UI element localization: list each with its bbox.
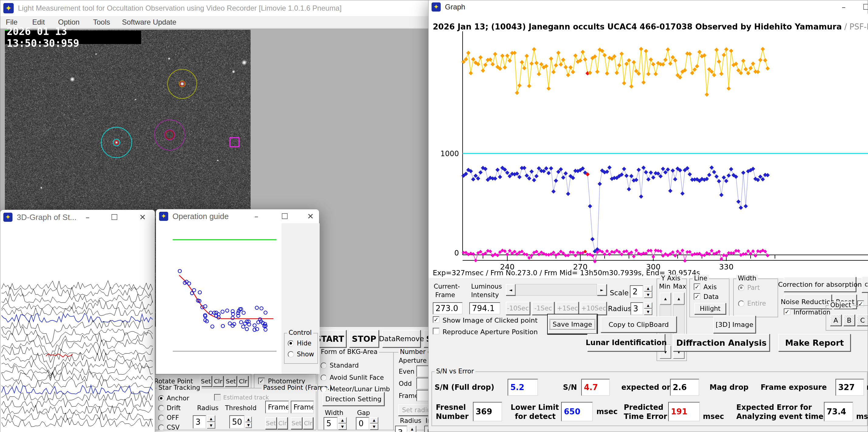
diffraction-analysis-button[interactable]: Diffraction Analysis xyxy=(673,334,770,352)
spin-down-icon[interactable]: ▼ xyxy=(644,309,652,315)
luminous-field[interactable]: 794.1 xyxy=(469,302,500,314)
passed-clr2-button[interactable]: Clr xyxy=(303,417,313,429)
photometry-checkbox[interactable]: ✓ xyxy=(258,377,265,384)
spin-down-icon[interactable]: ▼ xyxy=(338,424,347,430)
frames-radius-spinner[interactable]: ▲ ▼ xyxy=(408,426,416,432)
hilight-button[interactable]: Hilight xyxy=(694,303,726,314)
frame2-field[interactable]: Frame2 xyxy=(291,401,314,413)
sec-button-+1sec[interactable]: +1Sec xyxy=(556,302,579,315)
make-report-button[interactable]: Make Report xyxy=(778,334,851,352)
graph-radius-spinner[interactable]: ▲ ▼ xyxy=(644,302,652,315)
predicted-field[interactable]: 191 xyxy=(668,402,700,421)
sec-button-+10sec[interactable]: +10Sec xyxy=(581,302,607,315)
spin-up-icon[interactable]: ▲ xyxy=(207,415,215,422)
point-clr-button[interactable]: Clr xyxy=(238,376,248,387)
estimated-track-checkbox[interactable] xyxy=(214,394,221,401)
operation-guide-titlebar[interactable]: ✦ Operation guide – ☐ ✕ xyxy=(156,209,319,223)
correction-absorption-button[interactable]: Correction for absorption xyxy=(784,277,856,292)
light-curve-chart[interactable]: 2026 Jan 13; (10043) Janegann occults UC… xyxy=(429,14,868,278)
spin-up-icon[interactable]: ▲ xyxy=(408,426,416,432)
y-max-up-icon[interactable]: ▲ xyxy=(673,293,685,305)
graph-radius-field[interactable]: 3 xyxy=(630,302,643,315)
threshold-field[interactable]: 50 xyxy=(229,415,245,429)
spin-down-icon[interactable]: ▼ xyxy=(245,422,252,428)
passed-clr1-button[interactable]: Clr xyxy=(277,417,288,429)
scrollbar-track[interactable] xyxy=(516,284,597,296)
spin-down-icon[interactable]: ▼ xyxy=(644,292,652,298)
bkg-gap-spinner[interactable]: ▲ ▼ xyxy=(370,417,378,430)
close-icon[interactable]: ✕ xyxy=(303,209,318,223)
rotate-clr-button[interactable]: Clr xyxy=(213,376,223,387)
copy-clipboard-button[interactable]: Copy to ClipBoard xyxy=(601,316,677,333)
bkg-gap-field[interactable]: 0 xyxy=(356,417,369,430)
bkg-width-spinner[interactable]: ▲ ▼ xyxy=(338,417,347,430)
spin-up-icon[interactable]: ▲ xyxy=(644,302,652,309)
frame-exposure-field[interactable]: 327 xyxy=(835,379,864,396)
maximize-icon[interactable]: ☐ xyxy=(277,209,292,223)
object-button-a[interactable]: A xyxy=(830,314,841,326)
point-set-button[interactable]: Set xyxy=(225,376,237,387)
fresnel-field[interactable]: 369 xyxy=(473,402,502,421)
y-min-up-icon[interactable]: ▲ xyxy=(660,293,671,305)
object-button-b[interactable]: B xyxy=(843,314,855,326)
scroll-right-icon[interactable]: ► xyxy=(597,284,607,296)
spin-up-icon[interactable]: ▲ xyxy=(370,417,378,424)
sn-full-field[interactable]: 5.2 xyxy=(507,379,538,396)
scale-field[interactable]: 2 xyxy=(630,285,643,298)
spin-up-icon[interactable]: ▲ xyxy=(245,417,252,422)
sn-field[interactable]: 4.7 xyxy=(581,379,610,396)
maximize-icon[interactable]: ☐ xyxy=(859,0,868,14)
bkg-radio-avoid-sunlit-face[interactable] xyxy=(320,374,327,381)
close-icon[interactable]: ✕ xyxy=(135,210,150,225)
sec-button--10sec[interactable]: -10Sec xyxy=(506,302,530,315)
bkg-radio-standard[interactable] xyxy=(320,362,327,369)
passed-set1-button[interactable]: Set xyxy=(265,417,277,429)
data-checkbox[interactable]: ✓ xyxy=(694,293,701,300)
spin-down-icon[interactable]: ▼ xyxy=(370,424,378,430)
minimize-icon[interactable]: – xyxy=(80,210,95,225)
minimize-icon[interactable]: – xyxy=(249,209,264,223)
expected-err-field[interactable]: 73.4 xyxy=(824,402,853,421)
3d-image-button[interactable]: [3D] Image xyxy=(713,315,756,333)
spin-up-icon[interactable]: ▲ xyxy=(644,285,652,292)
tracking-radius-field[interactable]: 3 xyxy=(193,415,206,429)
graph-titlebar[interactable]: ✦ Graph – ☐ xyxy=(429,0,868,14)
scale-spinner[interactable]: ▲ ▼ xyxy=(644,285,652,298)
tracking-radius-spinner[interactable]: ▲ ▼ xyxy=(207,415,215,429)
reproduce-checkbox[interactable] xyxy=(433,328,439,334)
tracking-radio-csv[interactable] xyxy=(158,424,164,431)
bkg-width-field[interactable]: 5 xyxy=(323,417,338,430)
lower-limit-field[interactable]: 650 xyxy=(561,402,593,421)
passed-set2-button[interactable]: Set xyxy=(291,417,302,429)
bkg-radio-meteor-lunar-limb[interactable] xyxy=(320,386,327,393)
entire-radio[interactable] xyxy=(738,300,745,307)
expected-field[interactable]: 2.6 xyxy=(670,379,699,396)
noise-reduction-button[interactable]: Noise Reduction xyxy=(784,294,832,309)
cut-right-button[interactable]: c xyxy=(862,276,868,293)
spin-down-icon[interactable]: ▼ xyxy=(207,422,215,429)
show-image-checkbox[interactable]: ✓ xyxy=(433,316,439,323)
maximize-icon[interactable]: ☐ xyxy=(107,210,122,225)
axis-checkbox[interactable]: ✓ xyxy=(694,284,701,290)
direction-setting-button[interactable]: Direction Setting xyxy=(322,392,384,406)
frame-scrollbar[interactable]: ◄ ► xyxy=(506,284,607,296)
minimize-icon[interactable]: – xyxy=(836,0,851,14)
tracking-radio-drift[interactable] xyxy=(158,405,164,411)
frames-radius-field[interactable]: 3 xyxy=(395,426,407,432)
lunar-identification-button[interactable]: Lunar Identification xyxy=(587,334,665,352)
sec-button--1sec[interactable]: -1Sec xyxy=(532,302,554,315)
frame1-field[interactable]: Frame1 xyxy=(265,401,289,413)
information-checkbox[interactable]: ✓ xyxy=(784,308,790,315)
spin-up-icon[interactable]: ▲ xyxy=(338,417,347,424)
show-radio[interactable] xyxy=(288,351,294,358)
object-button-c[interactable]: C xyxy=(857,314,868,326)
hide-radio[interactable] xyxy=(288,340,294,346)
threshold-spinner[interactable]: ▲ ▼ xyxy=(245,417,252,428)
main-titlebar[interactable]: ✦ Light Measurement tool for Occultation… xyxy=(0,0,428,16)
part-radio[interactable] xyxy=(738,285,745,291)
tracking-radio-anchor[interactable] xyxy=(158,395,164,402)
stop-button[interactable]: STOP xyxy=(349,330,379,347)
current-frame-field[interactable]: 273.0 xyxy=(433,302,463,314)
tracking-radio-off[interactable] xyxy=(158,415,164,421)
graph3d-titlebar[interactable]: ✦ 3D-Graph of St... – ☐ ✕ xyxy=(0,210,155,225)
